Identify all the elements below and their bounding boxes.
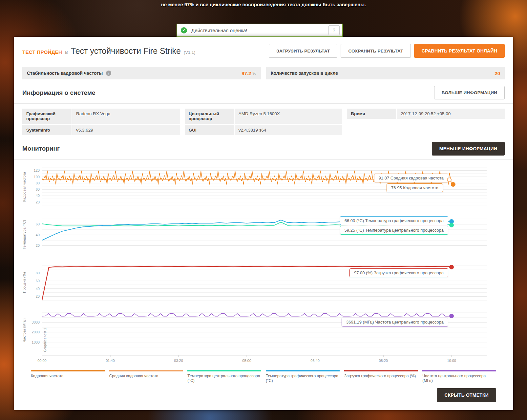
alert-text: Действительная оценка! [191, 28, 328, 33]
svg-text:40: 40 [36, 233, 40, 237]
svg-text:60: 60 [36, 279, 40, 283]
svg-text:20: 20 [36, 200, 40, 204]
stat-unit: % [252, 71, 256, 76]
charts: Кадровая частота 20406080100120 91.87 Ср… [14, 160, 513, 402]
svg-text:60: 60 [36, 187, 40, 191]
save-result-button[interactable]: СОХРАНИТЬ РЕЗУЛЬТАТ [341, 44, 411, 58]
tooltip-avg-framerate: 91.87 Средняя кадровая частота [374, 174, 448, 182]
legend-swatch [344, 370, 418, 371]
hide-marks-button[interactable]: СКРЫТЬ ОТМЕТКИ [437, 388, 496, 402]
help-button[interactable]: ? [328, 25, 340, 35]
legend-label: Частота центрального процессора (МГц) [422, 374, 496, 383]
check-circle-icon: ✓ [181, 27, 187, 33]
x-axis: 00:0001:4003:2005:0006:4008:2010:00 [29, 355, 505, 365]
marker-framerate [451, 182, 455, 187]
svg-text:20: 20 [36, 294, 40, 298]
legend-item[interactable]: Загрузка графического процессора (%) [344, 370, 418, 383]
loop-count-bar: Количество запусков в цикле 20 [266, 67, 505, 79]
marker-cpu-freq [449, 314, 454, 318]
legend-swatch [109, 370, 183, 371]
legend-label: Средняя кадровая частота [109, 374, 183, 378]
legend-item[interactable]: Средняя кадровая частота [109, 370, 183, 383]
compare-online-button[interactable]: СРАВНИТЬ РЕЗУЛЬТАТ ОНЛАЙН [414, 44, 505, 58]
time-value: 2017-12-09 20:52 +05:00 [397, 109, 505, 119]
cpu-freq-plot: 100020003000Graphics test 1 [29, 307, 505, 353]
svg-text:100: 100 [34, 175, 40, 179]
marker-gpu-load [449, 265, 454, 269]
monitoring-heading: Мониторинг [22, 145, 60, 152]
legend-item[interactable]: Кадровая частота [31, 370, 105, 383]
less-info-button[interactable]: МЕНЬШЕ ИНФОРМАЦИИ [432, 142, 505, 156]
svg-text:03:20: 03:20 [174, 359, 183, 363]
gpu-load-plot: 20406080 [29, 260, 505, 305]
stat-value: 97.2 [242, 71, 251, 76]
y-axis-label: Частота (МГц) [22, 307, 29, 353]
stats-row: Стабильность кадровой частоты i 97.2 % К… [14, 63, 513, 79]
stat-label: Стабильность кадровой частоты [27, 71, 103, 76]
status-connector: В [65, 50, 68, 55]
legend-item[interactable]: Температура графического процессора (°C) [266, 370, 340, 383]
marker-cpu-temp [449, 223, 454, 227]
cpu-label: Центральный процессор [185, 109, 234, 124]
chart-cpu-freq: Частота (МГц) 100020003000Graphics test … [22, 307, 505, 353]
framerate-stability-bar: Стабильность кадровой частоты i 97.2 % [22, 67, 261, 79]
page-title: Тест устойчивости Fire Strike [71, 46, 181, 56]
legend-swatch [31, 370, 105, 371]
svg-text:00:00: 00:00 [37, 359, 46, 363]
more-info-button[interactable]: БОЛЬШЕ ИНФОРМАЦИИ [434, 86, 505, 99]
svg-text:40: 40 [36, 194, 40, 198]
header-buttons: ЗАГРУЗИТЬ РЕЗУЛЬТАТ СОХРАНИТЬ РЕЗУЛЬТАТ … [269, 44, 505, 58]
valid-score-alert: ✓ Действительная оценка! ? [177, 24, 343, 37]
time-label: Время [347, 109, 396, 119]
svg-text:120: 120 [34, 168, 40, 172]
legend-swatch [187, 370, 261, 371]
legend-label: Температура центрального процессора (°C) [187, 374, 261, 383]
info-icon[interactable]: i [106, 71, 111, 76]
y-axis-label: Процент (%) [22, 260, 29, 305]
sys-group-cpu: Центральный процессор AMD Ryzen 5 1600X … [185, 109, 343, 135]
legend-item[interactable]: Температура центрального процессора (°C) [187, 370, 261, 383]
page-background: не менее 97% и все циклические воспроизв… [0, 0, 527, 420]
system-info-header: Информация о системе БОЛЬШЕ ИНФОРМАЦИИ [14, 79, 513, 103]
tooltip-framerate: 76.95 Кадровая частота [387, 183, 443, 192]
test-status: ТЕСТ ПРОЙДЕН [22, 49, 62, 55]
tooltip-gpu-temp: 66.00 (°C) Температура графического проц… [340, 216, 448, 225]
legend-swatch [266, 370, 340, 371]
tooltip-cpu-temp: 59.25 (°C) Температура центрального проц… [340, 226, 448, 235]
system-info-table: Графический процессор Radeon RX Vega Sys… [14, 104, 513, 135]
instruction-text: не менее 97% и все циклические воспроизв… [0, 2, 527, 7]
sys-group-gpu: Графический процессор Radeon RX Vega Sys… [22, 109, 180, 135]
gpu-label: Графический процессор [22, 109, 72, 124]
systeminfo-value: v5.3.629 [72, 125, 180, 135]
chart-legend: Кадровая частотаСредняя кадровая частота… [22, 365, 505, 383]
y-axis-label: Температура (°C) [22, 212, 29, 258]
stat-label: Количество запусков в цикле [271, 71, 338, 76]
svg-text:80: 80 [36, 271, 40, 275]
svg-text:40: 40 [36, 287, 40, 291]
svg-text:1000: 1000 [32, 340, 40, 344]
gui-value: v2.4.3819 s64 [235, 125, 343, 135]
result-card: ТЕСТ ПРОЙДЕН В Тест устойчивости Fire St… [14, 37, 513, 410]
legend-label: Кадровая частота [31, 374, 105, 378]
svg-text:Graphics test 1: Graphics test 1 [43, 328, 47, 352]
svg-text:01:40: 01:40 [106, 359, 115, 363]
chart-temperature: Температура (°C) 204060 66.00 (°C) Темпе… [22, 212, 505, 258]
svg-text:3000: 3000 [32, 320, 40, 324]
svg-text:08:20: 08:20 [379, 359, 388, 363]
stat-value: 20 [495, 71, 500, 76]
system-info-heading: Информация о системе [22, 89, 95, 96]
svg-text:06:40: 06:40 [310, 359, 319, 363]
chart-framerate: Кадровая частота 20406080100120 91.87 Ср… [22, 164, 505, 210]
test-title-block: ТЕСТ ПРОЙДЕН В Тест устойчивости Fire St… [22, 46, 195, 56]
legend-label: Загрузка графического процессора (%) [344, 374, 418, 378]
legend-item[interactable]: Частота центрального процессора (МГц) [422, 370, 496, 383]
y-axis-label: Кадровая частота [22, 164, 29, 210]
marker-avg-framerate [447, 178, 452, 182]
systeminfo-label: SystemInfo [22, 125, 72, 135]
legend-swatch [422, 370, 496, 371]
tooltip-cpu-freq: 3691.19 (МГц) Частота центрального проце… [342, 318, 448, 326]
card-header: ТЕСТ ПРОЙДЕН В Тест устойчивости Fire St… [14, 37, 513, 63]
svg-text:20: 20 [36, 243, 40, 247]
svg-text:10:00: 10:00 [447, 359, 456, 363]
load-result-button[interactable]: ЗАГРУЗИТЬ РЕЗУЛЬТАТ [269, 44, 337, 58]
